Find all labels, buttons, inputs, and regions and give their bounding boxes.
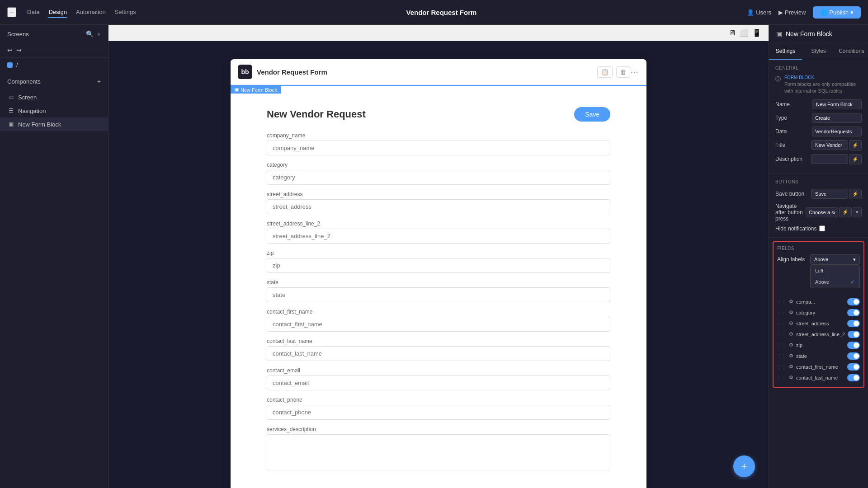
navigate-chevron[interactable]: ▾ bbox=[853, 207, 862, 217]
type-select[interactable]: Create bbox=[812, 113, 862, 123]
drag-handle-icon[interactable]: ⋮⋮ bbox=[777, 364, 786, 369]
field-toggle[interactable] bbox=[847, 352, 860, 360]
field-toggle[interactable] bbox=[847, 363, 860, 371]
drag-handle-icon[interactable]: ⋮⋮ bbox=[777, 299, 786, 304]
form-block-info-label: FORM BLOCK bbox=[784, 75, 862, 80]
component-navigation[interactable]: ☰ Navigation bbox=[0, 104, 108, 117]
gear-icon[interactable]: ⚙ bbox=[789, 331, 793, 337]
field-name: contact_last_name bbox=[796, 375, 844, 380]
align-labels-menu: Left Above ✓ bbox=[810, 265, 860, 288]
name-row: Name bbox=[775, 99, 862, 109]
tab-design[interactable]: Design bbox=[48, 7, 66, 18]
field-input-contact-phone[interactable] bbox=[267, 405, 610, 420]
drag-handle-icon[interactable]: ⋮⋮ bbox=[777, 332, 786, 337]
field-input-contact-email[interactable] bbox=[267, 375, 610, 390]
field-input-contact-last-name[interactable] bbox=[267, 346, 610, 361]
frame-action-buttons: 📋 🗑 bbox=[597, 66, 630, 78]
navigate-select[interactable]: Choose a sc... bbox=[806, 207, 838, 217]
gear-icon[interactable]: ⚙ bbox=[789, 320, 793, 326]
form-block-tag-icon: ▣ bbox=[234, 87, 239, 93]
search-icon[interactable]: 🔍 bbox=[86, 30, 94, 38]
save-button-group: ⚡ bbox=[811, 189, 862, 199]
navigate-lightning[interactable]: ⚡ bbox=[839, 207, 852, 217]
copy-button[interactable]: 📋 bbox=[597, 66, 613, 78]
drag-handle-icon[interactable]: ⋮⋮ bbox=[777, 353, 786, 358]
save-button-lightning[interactable]: ⚡ bbox=[849, 189, 862, 199]
field-input-company-name[interactable] bbox=[267, 141, 610, 155]
component-screen[interactable]: ▭ Screen bbox=[0, 90, 108, 104]
description-input[interactable] bbox=[811, 154, 848, 164]
gear-icon[interactable]: ⚙ bbox=[789, 353, 793, 359]
field-input-street-address-line2[interactable] bbox=[267, 229, 610, 244]
gear-icon[interactable]: ⚙ bbox=[789, 364, 793, 370]
tab-data[interactable]: Data bbox=[27, 7, 39, 18]
general-section-title: GENERAL bbox=[775, 66, 862, 70]
undo-button[interactable]: ↩ bbox=[7, 47, 13, 54]
list-item: ⋮⋮ ⚙ compa... bbox=[777, 296, 860, 307]
preview-button[interactable]: ▶ Preview bbox=[778, 9, 806, 16]
tab-automation[interactable]: Automation bbox=[76, 7, 106, 18]
form-save-button[interactable]: Save bbox=[574, 107, 610, 122]
mobile-view-button[interactable]: 📱 bbox=[752, 28, 761, 37]
gear-icon[interactable]: ⚙ bbox=[789, 299, 793, 305]
fields-section: FIELDS Align labels Above ▾ Left Above bbox=[773, 241, 864, 388]
field-input-contact-first-name[interactable] bbox=[267, 317, 610, 332]
field-toggle[interactable] bbox=[847, 309, 860, 316]
field-services-description: services_description bbox=[267, 426, 610, 472]
title-input[interactable] bbox=[811, 140, 848, 150]
title-lightning-button[interactable]: ⚡ bbox=[849, 140, 862, 150]
drag-handle-icon[interactable]: ⋮⋮ bbox=[777, 375, 786, 380]
add-component-button[interactable]: + bbox=[97, 78, 101, 85]
panel-title: New Form Block bbox=[786, 30, 832, 38]
title-input-group: ⚡ bbox=[811, 140, 862, 150]
align-option-left[interactable]: Left bbox=[811, 265, 859, 276]
gear-icon[interactable]: ⚙ bbox=[789, 342, 793, 348]
add-screen-button[interactable]: + bbox=[97, 30, 101, 38]
align-labels-trigger[interactable]: Above ▾ bbox=[810, 254, 860, 265]
hide-notifications-checkbox[interactable] bbox=[819, 225, 825, 231]
tab-conditions[interactable]: Conditions bbox=[835, 43, 868, 60]
screen-item-root[interactable]: / bbox=[0, 58, 108, 72]
fab-add-button[interactable]: + bbox=[733, 455, 755, 477]
tab-settings[interactable]: Settings bbox=[115, 7, 136, 18]
tab-styles[interactable]: Styles bbox=[802, 43, 835, 60]
data-select[interactable]: VendorRequests bbox=[812, 127, 862, 136]
component-navigation-label: Navigation bbox=[18, 108, 46, 114]
align-labels-dropdown[interactable]: Above ▾ Left Above ✓ bbox=[810, 254, 860, 265]
name-input[interactable] bbox=[812, 99, 862, 109]
align-option-above[interactable]: Above ✓ bbox=[811, 276, 859, 288]
field-toggle[interactable] bbox=[847, 320, 860, 327]
redo-button[interactable]: ↪ bbox=[16, 47, 22, 54]
back-button[interactable]: ← bbox=[7, 7, 16, 17]
field-toggle[interactable] bbox=[847, 342, 860, 349]
field-input-street-address[interactable] bbox=[267, 199, 610, 214]
drag-handle-icon[interactable]: ⋮⋮ bbox=[777, 321, 786, 326]
field-toggle[interactable] bbox=[847, 298, 860, 305]
field-toggle[interactable] bbox=[848, 331, 860, 338]
data-row: Data VendorRequests bbox=[775, 127, 862, 136]
field-input-state[interactable] bbox=[267, 287, 610, 302]
field-contact-phone: contact_phone bbox=[267, 397, 610, 420]
publish-button[interactable]: 🌐 Publish ▾ bbox=[813, 6, 861, 19]
more-options-button[interactable]: ⋯ bbox=[630, 67, 639, 77]
form-block-info-text: Form blocks are only compatible with int… bbox=[784, 81, 862, 95]
drag-handle-icon[interactable]: ⋮⋮ bbox=[777, 310, 786, 315]
field-input-services-description[interactable] bbox=[267, 434, 610, 470]
list-item: ⋮⋮ ⚙ contact_last_name bbox=[777, 372, 860, 383]
field-name: compa... bbox=[796, 299, 844, 305]
desktop-view-button[interactable]: 🖥 bbox=[729, 29, 736, 37]
tablet-view-button[interactable]: ⬜ bbox=[740, 28, 749, 37]
tab-settings[interactable]: Settings bbox=[769, 43, 802, 60]
component-new-form-block[interactable]: ▣ New Form Block bbox=[0, 117, 108, 131]
users-button[interactable]: 👤 Users bbox=[747, 9, 771, 16]
save-button-input[interactable] bbox=[811, 189, 848, 199]
gear-icon[interactable]: ⚙ bbox=[789, 310, 793, 315]
field-input-zip[interactable] bbox=[267, 258, 610, 273]
field-input-category[interactable] bbox=[267, 170, 610, 185]
screen-icon: ▭ bbox=[7, 94, 14, 101]
delete-button[interactable]: 🗑 bbox=[616, 66, 630, 78]
gear-icon[interactable]: ⚙ bbox=[789, 375, 793, 380]
drag-handle-icon[interactable]: ⋮⋮ bbox=[777, 343, 786, 347]
field-toggle[interactable] bbox=[847, 374, 860, 381]
description-lightning-button[interactable]: ⚡ bbox=[849, 154, 862, 164]
